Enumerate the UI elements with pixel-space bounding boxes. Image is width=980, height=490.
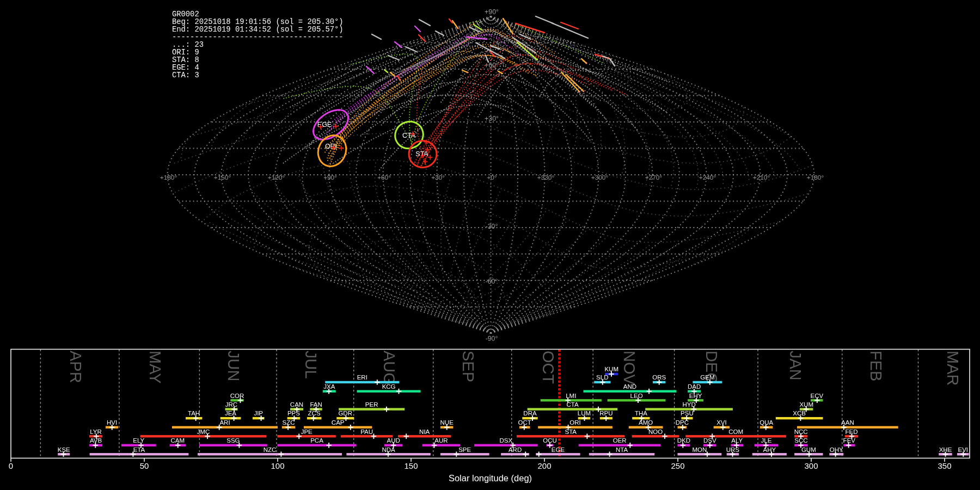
svg-text:STA: STA — [565, 428, 577, 435]
svg-text:NTA: NTA — [616, 446, 628, 453]
svg-text:EGE: EGE — [317, 121, 332, 128]
svg-text:SEP: SEP — [460, 351, 477, 382]
svg-text:OCT: OCT — [540, 351, 557, 384]
svg-text:ORI: ORI — [569, 419, 580, 426]
svg-text:350: 350 — [938, 461, 951, 470]
svg-text:150: 150 — [404, 461, 418, 470]
svg-text:50: 50 — [140, 461, 149, 470]
svg-text:MAY: MAY — [146, 351, 164, 384]
svg-text:Beg: 20251018 19:01:56 (sol =: Beg: 20251018 19:01:56 (sol = 205.30°) — [172, 18, 344, 26]
svg-text:MON: MON — [692, 446, 707, 453]
svg-text:SSG: SSG — [226, 437, 240, 444]
svg-text:FEV: FEV — [843, 437, 856, 444]
svg-text:XVI: XVI — [716, 419, 727, 426]
svg-text:+180°: +180° — [160, 174, 177, 181]
svg-text:PER: PER — [365, 401, 378, 408]
svg-text:GR0002: GR0002 — [172, 10, 199, 19]
svg-text:AUG: AUG — [381, 351, 398, 385]
svg-text:100: 100 — [271, 461, 284, 470]
svg-text:+60°: +60° — [377, 174, 391, 181]
svg-text:+30°: +30° — [431, 174, 445, 181]
svg-text:ARI: ARI — [219, 419, 230, 426]
svg-text:AUR: AUR — [434, 437, 448, 444]
svg-text:AHY: AHY — [763, 446, 776, 453]
svg-text:JEA: JEA — [225, 410, 236, 416]
svg-text:JRC: JRC — [225, 401, 237, 408]
svg-text:ARD: ARD — [509, 446, 522, 453]
svg-text:LMI: LMI — [566, 393, 576, 399]
svg-text:FEB: FEB — [867, 351, 885, 381]
svg-text:+330°: +330° — [537, 174, 555, 181]
svg-text:+60°: +60° — [485, 62, 499, 69]
svg-text:QUA: QUA — [759, 419, 773, 426]
svg-text:MAR: MAR — [944, 351, 961, 385]
svg-text:XCB: XCB — [793, 410, 806, 416]
svg-text:NZC: NZC — [264, 446, 277, 453]
svg-text:AAN: AAN — [841, 419, 854, 426]
svg-text:300: 300 — [804, 461, 818, 470]
svg-text:ORI: ORI — [325, 143, 337, 150]
svg-text:+120°: +120° — [268, 174, 285, 181]
svg-text:JIP: JIP — [254, 410, 263, 416]
svg-text:Solar longitude (deg): Solar longitude (deg) — [449, 473, 532, 483]
svg-text:ELY: ELY — [133, 437, 144, 444]
svg-text:NOO: NOO — [648, 428, 663, 435]
svg-text:JUN: JUN — [225, 351, 242, 381]
svg-text:+0°: +0° — [487, 174, 497, 181]
svg-text:DKD: DKD — [677, 437, 690, 444]
svg-text:...: 23: ...: 23 — [172, 41, 204, 49]
svg-text:JUL: JUL — [302, 351, 320, 379]
svg-text:+30°: +30° — [485, 115, 499, 122]
svg-text:200: 200 — [537, 461, 551, 470]
svg-text:+270°: +270° — [645, 174, 663, 181]
svg-text:STA: 8: STA: 8 — [172, 56, 199, 64]
svg-text:OER: OER — [613, 437, 627, 444]
svg-text:COM: COM — [728, 428, 743, 435]
svg-text:+240°: +240° — [699, 174, 716, 181]
svg-text:250: 250 — [671, 461, 684, 470]
svg-text:STA: STA — [415, 150, 428, 158]
svg-text:KSE: KSE — [58, 446, 70, 453]
svg-text:EGE: EGE — [552, 446, 565, 453]
svg-text:+150°: +150° — [214, 174, 231, 181]
svg-text:DRA: DRA — [523, 410, 537, 416]
svg-text:CTA: CTA — [402, 132, 416, 139]
svg-text:PCA: PCA — [310, 437, 323, 444]
svg-text:-90°: -90° — [486, 335, 498, 342]
svg-text:NOV: NOV — [621, 351, 638, 385]
svg-text:+210°: +210° — [753, 174, 770, 181]
svg-text:AND: AND — [623, 383, 636, 390]
svg-text:ERI: ERI — [357, 374, 367, 381]
svg-text:End: 20251019 01:34:52 (sol =: End: 20251019 01:34:52 (sol = 205.57°) — [172, 26, 344, 34]
svg-text:GDR: GDR — [338, 410, 352, 416]
svg-text:CTA: 3: CTA: 3 — [172, 71, 199, 79]
svg-text:CAP: CAP — [332, 419, 345, 426]
svg-text:JPE: JPE — [301, 428, 313, 435]
svg-text:PAU: PAU — [360, 428, 373, 435]
svg-text:OHY: OHY — [830, 446, 843, 453]
svg-text:ALY: ALY — [731, 437, 743, 444]
svg-text:GEM: GEM — [700, 374, 714, 381]
svg-text:+90°: +90° — [485, 8, 499, 16]
svg-text:SPE: SPE — [458, 446, 471, 453]
svg-text:DSX: DSX — [500, 437, 513, 444]
svg-text:TAH: TAH — [188, 410, 200, 416]
svg-text:EHY: EHY — [689, 393, 702, 399]
svg-text:------------------------------: -------------------------------------- — [172, 33, 344, 41]
svg-text:ETA: ETA — [133, 446, 145, 453]
svg-text:EGE: 4: EGE: 4 — [172, 64, 199, 72]
svg-text:KCG: KCG — [382, 383, 396, 390]
svg-text:JAN: JAN — [787, 351, 804, 381]
svg-text:AMO: AMO — [639, 419, 653, 426]
svg-text:LEO: LEO — [630, 393, 643, 399]
svg-text:+90°: +90° — [323, 174, 337, 181]
svg-text:+180°: +180° — [807, 174, 824, 181]
svg-text:ZCS: ZCS — [308, 410, 321, 416]
svg-text:SZC: SZC — [283, 419, 295, 426]
svg-text:-60°: -60° — [486, 278, 498, 285]
svg-text:+300°: +300° — [591, 174, 609, 181]
svg-text:ORI: 9: ORI: 9 — [172, 48, 199, 57]
svg-text:COR: COR — [230, 393, 244, 399]
svg-text:NIA: NIA — [419, 428, 430, 435]
svg-text:-30°: -30° — [486, 223, 498, 230]
